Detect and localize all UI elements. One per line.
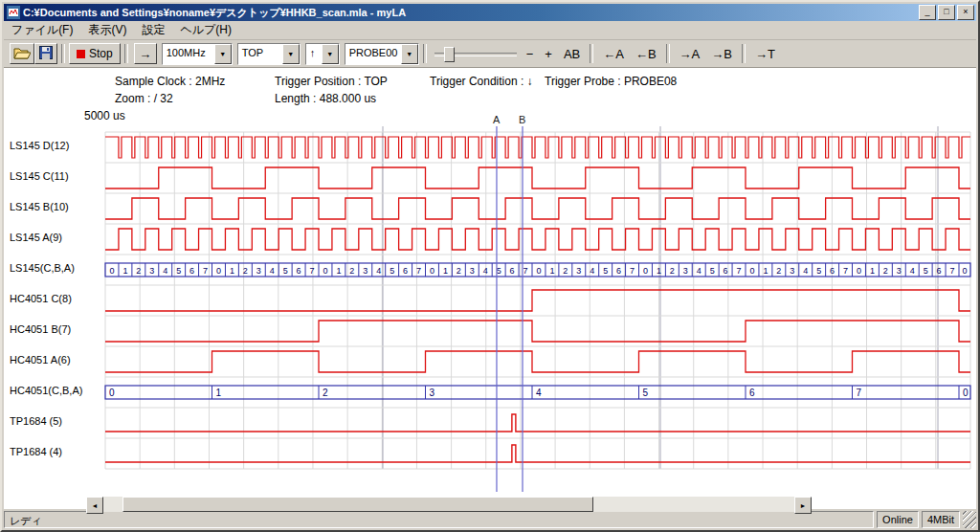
channel-label: TP1684 (4) (10, 446, 105, 457)
menu-settings[interactable]: 設定 (134, 20, 172, 40)
resize-grip[interactable] (963, 511, 976, 528)
toolbar-separator (742, 44, 746, 63)
close-button[interactable]: × (957, 5, 974, 20)
zoom-in-button[interactable]: + (539, 44, 558, 63)
channel-label: LS145(C,B,A) (10, 262, 105, 274)
channel-label: LS145 D(12) (10, 140, 105, 151)
channel-label: LS145 A(9) (10, 232, 105, 243)
scrollbar-track[interactable] (103, 497, 794, 512)
toolbar-separator (590, 44, 593, 63)
stop-button-label: Stop (89, 47, 113, 60)
trigger-probe-combo[interactable]: PROBE00 ▼ (345, 43, 419, 65)
menu-help[interactable]: ヘルプ(H) (172, 20, 239, 40)
statusbar: レディ Online 4MBit (4, 509, 976, 528)
channel-label: LS145 C(11) (10, 170, 105, 182)
length-info: Length : 488.000 us (275, 92, 376, 105)
slider-thumb[interactable] (444, 47, 455, 62)
waveform-client (4, 68, 976, 509)
open-folder-icon (13, 46, 31, 62)
memory-status: 4MBit (922, 511, 960, 528)
menubar: ファイル(F) 表示(V) 設定 ヘルプ(H) (4, 21, 976, 40)
trigger-edge-combo[interactable]: ↑ ▼ (305, 43, 340, 65)
dropdown-arrow-icon[interactable]: ▼ (322, 44, 339, 64)
scroll-right-icon[interactable]: ► (794, 497, 812, 514)
channel-label: HC4051 B(7) (10, 323, 105, 335)
set-marker-a-button[interactable]: →A (674, 44, 706, 63)
toolbar-separator (61, 44, 65, 63)
floppy-icon (39, 46, 53, 62)
minimize-button[interactable]: _ (919, 5, 936, 20)
dropdown-arrow-icon[interactable]: ▼ (214, 44, 232, 64)
channel-label: HC4051(C,B,A) (10, 385, 105, 396)
sample-clock-combo[interactable]: 100MHz ▼ (162, 43, 233, 65)
app-icon (7, 6, 20, 19)
status-message: レディ (4, 511, 874, 528)
maximize-button[interactable]: □ (938, 5, 955, 20)
dropdown-arrow-icon[interactable]: ▼ (282, 44, 300, 64)
save-button[interactable] (34, 43, 57, 64)
sample-clock-combo-value: 100MHz (163, 44, 214, 64)
trigger-position-info: Trigger Position : TOP (275, 75, 388, 88)
menu-file[interactable]: ファイル(F) (4, 20, 80, 40)
channel-label: HC4051 C(8) (10, 293, 105, 304)
toolbar-separator (124, 44, 128, 63)
trigger-edge-combo-value: ↑ (306, 44, 322, 64)
channel-label: TP1684 (5) (10, 415, 105, 427)
menu-view[interactable]: 表示(V) (80, 20, 134, 40)
run-button[interactable]: → (134, 43, 157, 64)
scroll-left-icon[interactable]: ◄ (86, 497, 103, 514)
goto-trigger-button[interactable]: →T (749, 44, 781, 63)
toolbar: Stop → 100MHz ▼ TOP ▼ ↑ ▼ PROBE00 ▼ − + … (4, 40, 976, 68)
trigger-condition-info: Trigger Condition : ↓ (430, 75, 533, 88)
dropdown-arrow-icon[interactable]: ▼ (401, 44, 418, 64)
time-division-label: 5000 us (84, 109, 125, 122)
trigger-position-combo[interactable]: TOP ▼ (237, 43, 301, 65)
trigger-probe-combo-value: PROBE00 (345, 44, 401, 64)
stop-button[interactable]: Stop (69, 43, 121, 64)
open-button[interactable] (10, 43, 34, 64)
scrollbar-thumb[interactable] (122, 497, 593, 512)
sample-clock-info: Sample Clock : 2MHz (115, 75, 225, 88)
trigger-probe-info: Trigger Probe : PROBE08 (545, 75, 677, 88)
channel-label: HC4051 A(6) (10, 354, 105, 366)
app-window: C:¥Documents and Settings¥noname¥デスクトップ¥… (0, 0, 980, 532)
zoom-info: Zoom : / 32 (115, 92, 173, 105)
toolbar-separator (666, 44, 670, 63)
ab-range-button[interactable]: AB (558, 44, 586, 63)
goto-marker-a-button[interactable]: ←A (597, 44, 630, 63)
trigger-position-combo-value: TOP (238, 44, 282, 64)
titlebar[interactable]: C:¥Documents and Settings¥noname¥デスクトップ¥… (4, 4, 976, 21)
channel-label: LS145 B(10) (10, 201, 105, 212)
horizontal-scrollbar[interactable]: ◄ ► (86, 497, 812, 512)
zoom-out-button[interactable]: − (521, 44, 540, 63)
window-title: C:¥Documents and Settings¥noname¥デスクトップ¥… (23, 6, 919, 20)
online-status: Online (877, 511, 919, 528)
set-marker-b-button[interactable]: →B (705, 44, 738, 63)
toolbar-separator (423, 44, 427, 63)
goto-marker-b-button[interactable]: ←B (630, 44, 662, 63)
zoom-slider[interactable] (434, 44, 517, 63)
stop-icon (77, 50, 85, 58)
